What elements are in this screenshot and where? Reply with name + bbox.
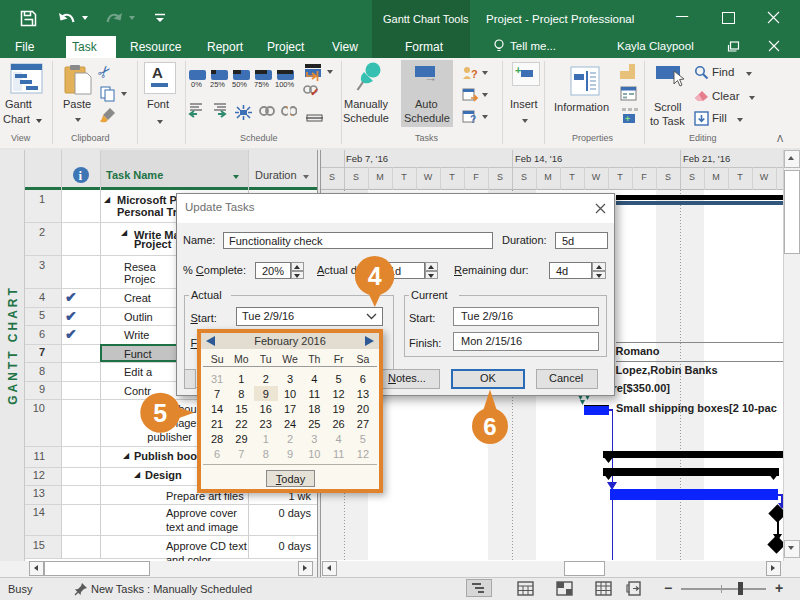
svg-text:5: 5	[153, 399, 167, 427]
svg-text:?: ?	[471, 68, 478, 80]
svg-text:?: ?	[470, 114, 476, 124]
svg-text:+: +	[625, 114, 630, 124]
svg-text:6: 6	[483, 413, 496, 440]
svg-text:4: 4	[368, 262, 382, 290]
